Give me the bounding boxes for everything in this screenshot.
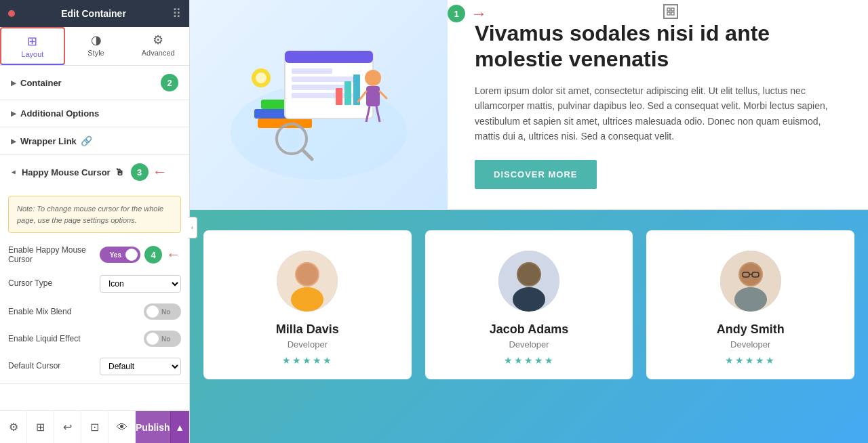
member-3-name: Andy Smith (717, 322, 785, 337)
discover-more-button[interactable]: DISCOVER MORE (475, 160, 597, 189)
note-text: Note: To change mouse cursor for the who… (17, 205, 163, 224)
svg-rect-14 (336, 88, 342, 105)
cursor-type-row: Cursor Type Icon Image Default (0, 270, 189, 298)
panel-title: Edit Container (61, 8, 126, 19)
tab-style-label: Style (87, 49, 104, 57)
tab-layout[interactable]: ⊞ Layout (0, 27, 65, 65)
svg-point-34 (513, 287, 545, 312)
svg-point-30 (291, 287, 323, 312)
svg-rect-10 (292, 68, 332, 74)
settings-icon[interactable]: ⚙ (0, 411, 27, 444)
header-dot (8, 10, 15, 17)
annotation-4: 4 (144, 246, 162, 263)
accordion-happy-mouse-header[interactable]: ▼ Happy Mouse Cursor 🖱 3 ← (0, 155, 189, 189)
expand-icon: ▲ (175, 422, 184, 433)
default-cursor-label: Default Cursor (8, 361, 94, 372)
grid-icon[interactable]: ⠿ (172, 6, 181, 21)
style-icon: ◑ (91, 33, 102, 47)
arrow-icon-2: ▶ (11, 110, 16, 117)
publish-expand-button[interactable]: ▲ (170, 411, 189, 443)
team-section: Milla Davis Developer ★★★★★ Jacob Adams … (190, 210, 868, 443)
member-3-stars: ★★★★★ (725, 355, 776, 366)
tab-advanced-label: Advanced (142, 49, 175, 57)
select-handle[interactable] (663, 4, 678, 19)
hero-title: Vivamus sodales nisi id ante molestie ve… (475, 20, 841, 72)
team-card-3: Andy Smith Developer ★★★★★ (646, 230, 854, 379)
member-2-role: Developer (509, 339, 549, 350)
arrow-3: ← (153, 165, 167, 180)
liquid-effect-row: Enable Liquid Effect No (0, 325, 189, 352)
right-panel: 1 → (190, 0, 868, 443)
arrow-icon-3: ▶ (11, 138, 16, 145)
member-2-stars: ★★★★★ (504, 355, 555, 366)
mix-blend-text: No (161, 308, 170, 316)
happy-mouse-label: Happy Mouse Cursor (22, 167, 111, 177)
cursor-type-select[interactable]: Icon Image Default (100, 275, 181, 293)
svg-rect-13 (292, 93, 353, 98)
mix-blend-label: Enable Mix Blend (8, 307, 144, 316)
tab-advanced[interactable]: ⚙ Advanced (127, 27, 189, 65)
accordion-container-header[interactable]: ▶ Container 2 (0, 66, 189, 100)
panel-header: Edit Container ⠿ (0, 0, 189, 27)
wrapper-link-emoji: 🔗 (81, 135, 92, 146)
accordion-happy-mouse: ▼ Happy Mouse Cursor 🖱 3 ← Note: To chan… (0, 155, 189, 384)
mix-blend-row: Enable Mix Blend No (0, 298, 189, 325)
accordion-wrapper-link: ▶ Wrapper Link 🔗 (0, 127, 189, 155)
advanced-icon: ⚙ (153, 33, 163, 47)
svg-rect-3 (671, 12, 674, 15)
panel-tabs: ⊞ Layout ◑ Style ⚙ Advanced (0, 27, 189, 66)
avatar-1 (277, 251, 338, 312)
svg-rect-11 (292, 77, 359, 82)
arrow-icon: ▶ (11, 79, 16, 87)
annotation-3: 3 (131, 163, 149, 181)
member-2-name: Jacob Adams (490, 322, 568, 337)
cursor-type-label: Cursor Type (8, 278, 94, 289)
mix-blend-knob (146, 305, 159, 318)
hero-body: Lorem ipsum dolor sit amet, consectetur … (475, 83, 841, 144)
accordion-additional-header[interactable]: ▶ Additional Options (0, 100, 189, 127)
arrow-down-icon: ▼ (10, 169, 18, 175)
team-card-1: Milla Davis Developer ★★★★★ (203, 230, 412, 379)
preview-icon[interactable]: 👁 (108, 411, 136, 444)
enable-toggle[interactable]: Yes (100, 247, 140, 263)
panel-bottom: ⚙ ⊞ ↩ ⊡ 👁 Publish ▲ (0, 410, 189, 443)
accordion-wrapper-header[interactable]: ▶ Wrapper Link 🔗 (0, 127, 189, 154)
svg-point-31 (296, 263, 318, 285)
accordion-container: ▶ Container 2 (0, 66, 189, 100)
svg-rect-9 (285, 51, 373, 63)
toggle-knob (125, 249, 138, 261)
tab-style[interactable]: ◑ Style (65, 27, 127, 65)
liquid-label: Enable Liquid Effect (8, 334, 144, 343)
mix-blend-toggle[interactable]: No (144, 303, 181, 320)
mouse-emoji: 🖱 (115, 167, 124, 177)
default-cursor-row: Default Cursor Default None Pointer (0, 352, 189, 381)
liquid-text: No (161, 335, 170, 343)
svg-point-24 (281, 128, 302, 150)
enable-label: Enable Happy Mouse Cursor (8, 245, 100, 264)
avatar-2 (498, 251, 559, 312)
svg-point-35 (518, 263, 540, 285)
tab-layout-label: Layout (21, 50, 43, 58)
avatar-3 (720, 251, 781, 312)
template-icon[interactable]: ⊡ (81, 411, 108, 444)
container-label: Container (20, 78, 62, 88)
annotation-2: 2 (161, 74, 178, 91)
enable-happy-mouse-row: Enable Happy Mouse Cursor Yes 4 ← (0, 240, 189, 270)
svg-point-38 (734, 287, 767, 312)
liquid-toggle[interactable]: No (144, 331, 181, 347)
left-panel: Edit Container ⠿ ⊞ Layout ◑ Style ⚙ Adva… (0, 0, 190, 443)
member-1-role: Developer (288, 339, 328, 350)
history-icon[interactable]: ↩ (54, 411, 81, 444)
layout-icon: ⊞ (27, 34, 37, 49)
panel-collapse-handle[interactable]: ‹ (188, 217, 197, 238)
publish-button[interactable]: Publish (136, 411, 170, 443)
svg-line-20 (380, 91, 387, 98)
hero-image-area (190, 0, 448, 209)
layers-icon[interactable]: ⊞ (27, 411, 54, 444)
svg-rect-15 (344, 81, 351, 105)
liquid-knob (146, 333, 159, 345)
svg-rect-18 (366, 86, 380, 106)
toggle-yes-text: Yes (110, 251, 121, 259)
svg-rect-2 (667, 12, 670, 15)
default-cursor-select[interactable]: Default None Pointer (100, 358, 181, 375)
